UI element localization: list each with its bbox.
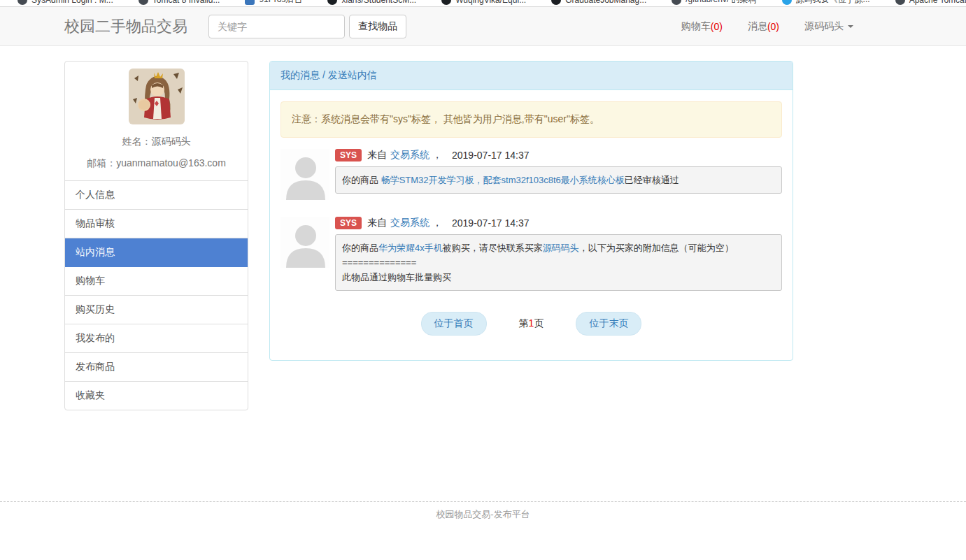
bookmark-label: 源码我要《位于源... — [796, 0, 870, 6]
chevron-down-icon — [848, 25, 853, 28]
bookmark-item[interactable]: 91Pros后台 — [245, 0, 302, 6]
navbar: 校园二手物品交易 查找物品 购物车(0) 消息(0) 源码码头 — [0, 6, 966, 46]
message-item: SYS 来自 交易系统 ， 2019-07-17 14:37 你的商品华为荣耀4… — [280, 217, 782, 291]
bookmark-item[interactable]: /github/env/ 的架构 — [672, 0, 756, 6]
notice-banner: 注意：系统消息会带有"sys"标签， 其他皆为用户消息,带有"user"标签。 — [280, 101, 782, 138]
bookmark-label: /github/env/ 的架构 — [686, 0, 756, 6]
footer: 校园物品交易-发布平台 — [0, 501, 966, 535]
message-time: 2019-07-17 14:37 — [452, 217, 530, 229]
profile-card: 姓名：源码码头 邮箱：yuanmamatou@163.com — [65, 62, 248, 170]
body-text: 你的商品 — [342, 175, 381, 185]
messages-panel: 我的消息 / 发送站内信 注意：系统消息会带有"sys"标签， 其他皆为用户消息… — [269, 61, 793, 361]
search-button[interactable]: 查找物品 — [349, 15, 406, 38]
message-body: 你的商品华为荣耀4x手机被购买，请尽快联系买家源码码头，以下为买家的附加信息（可… — [335, 234, 782, 291]
product-link[interactable]: 畅学STM32开发学习板，配套stm32f103c8t6最小系统核心板 — [381, 175, 625, 185]
body-text: ，以下为买家的附加信息（可能为空） — [579, 243, 734, 253]
bookmark-item[interactable]: SysAdmin Login : M... — [17, 0, 113, 5]
user-dropdown[interactable]: 源码码头 — [804, 20, 853, 33]
page-indicator: 第1页 — [519, 317, 544, 330]
sidebar: 姓名：源码码头 邮箱：yuanmamatou@163.com 个人信息 物品审核… — [64, 61, 248, 410]
sidebar-item-site-messages[interactable]: 站内消息 — [65, 238, 248, 267]
first-page-button[interactable]: 位于首页 — [421, 312, 487, 336]
bookmark-label: Tomcat 8 Invalid... — [152, 0, 220, 5]
send-message-link[interactable]: 发送站内信 — [328, 69, 377, 80]
email-label: 邮箱： — [87, 157, 116, 168]
messages-link[interactable]: 消息(0) — [748, 20, 779, 33]
last-page-button[interactable]: 位于末页 — [576, 312, 641, 336]
name-label: 姓名： — [122, 136, 152, 147]
bookmark-item[interactable]: 源码我要《位于源... — [782, 0, 870, 6]
user-dropdown-label: 源码码头 — [804, 20, 844, 33]
search-input[interactable] — [208, 15, 345, 38]
browser-bookmarks-bar: SysAdmin Login : M... Tomcat 8 Invalid..… — [0, 0, 966, 6]
page-prefix: 第 — [519, 317, 529, 329]
globe-icon — [138, 0, 148, 5]
sidebar-item-my-posts[interactable]: 我发布的 — [65, 324, 248, 353]
sys-badge: SYS — [335, 149, 362, 161]
heading-separator: / — [320, 69, 328, 80]
globe-icon — [895, 0, 905, 5]
sender-link[interactable]: 交易系统 — [390, 217, 429, 229]
sender-avatar-placeholder — [280, 217, 329, 268]
panel-heading: 我的消息 / 发送站内信 — [270, 62, 793, 90]
buyer-link[interactable]: 源码码头 — [543, 243, 579, 253]
footer-text: 校园物品交易-发布平台 — [436, 509, 530, 519]
sidebar-item-purchase-history[interactable]: 购买历史 — [65, 296, 248, 324]
message-time: 2019-07-17 14:37 — [452, 150, 530, 161]
cart-link[interactable]: 购物车(0) — [681, 20, 723, 33]
profile-email: 邮箱：yuanmamatou@163.com — [72, 157, 241, 170]
bookmark-item[interactable]: xians/StudentScM... — [327, 0, 416, 5]
sidebar-item-personal-info[interactable]: 个人信息 — [65, 181, 248, 210]
body-line: 你的商品华为荣耀4x手机被购买，请尽快联系买家源码码头，以下为买家的附加信息（可… — [342, 240, 775, 255]
body-line: ============== — [342, 255, 775, 270]
bookmark-item[interactable]: Apache Tomcat 7... — [895, 0, 966, 5]
page-suffix: 页 — [534, 317, 544, 329]
cart-count: (0) — [711, 21, 723, 32]
user-avatar — [129, 69, 185, 124]
cart-label: 购物车 — [681, 20, 711, 33]
name-value: 源码码头 — [152, 136, 191, 147]
sidebar-item-favorites[interactable]: 收藏夹 — [65, 382, 248, 410]
comma: ， — [432, 217, 442, 229]
bookmark-label: SysAdmin Login : M... — [31, 0, 113, 5]
sys-badge: SYS — [335, 217, 362, 229]
email-value: yuanmamatou@163.com — [116, 157, 226, 168]
github-icon — [327, 0, 337, 5]
product-link[interactable]: 华为荣耀4x手机 — [378, 243, 443, 253]
navbar-right: 购物车(0) 消息(0) 源码码头 — [681, 20, 853, 33]
github-icon — [441, 0, 451, 5]
bookmark-item[interactable]: GraduateJobManag... — [551, 0, 646, 5]
message-header: SYS 来自 交易系统 ， 2019-07-17 14:37 — [335, 217, 782, 229]
bookmark-label: xians/StudentScM... — [341, 0, 416, 5]
app-icon — [245, 0, 255, 5]
body-text: 被购买，请尽快联系买家 — [443, 243, 543, 253]
my-messages-link[interactable]: 我的消息 — [280, 69, 320, 80]
bird-icon — [782, 0, 792, 5]
bookmark-label: WuqingVika/Equi... — [455, 0, 526, 5]
bookmark-label: GraduateJobManag... — [565, 0, 646, 5]
bookmark-label: 91Pros后台 — [259, 0, 302, 6]
message-header: SYS 来自 交易系统 ， 2019-07-17 14:37 — [335, 149, 782, 161]
sidebar-item-item-review[interactable]: 物品审核 — [65, 210, 248, 238]
sidebar-item-cart[interactable]: 购物车 — [65, 267, 248, 296]
message-item: SYS 来自 交易系统 ， 2019-07-17 14:37 你的商品 畅学ST… — [280, 149, 782, 200]
bookmark-item[interactable]: WuqingVika/Equi... — [441, 0, 526, 5]
profile-name: 姓名：源码码头 — [72, 136, 241, 148]
bookmark-item[interactable]: Tomcat 8 Invalid... — [138, 0, 220, 5]
sidebar-item-publish-item[interactable]: 发布商品 — [65, 353, 248, 382]
globe-icon — [672, 0, 681, 5]
messages-label: 消息 — [748, 20, 767, 33]
sender-link[interactable]: 交易系统 — [390, 149, 429, 161]
from-label: 来自 — [367, 217, 387, 229]
message-body: 你的商品 畅学STM32开发学习板，配套stm32f103c8t6最小系统核心板… — [335, 166, 782, 194]
from-label: 来自 — [367, 149, 387, 161]
search-form: 查找物品 — [208, 15, 406, 38]
globe-icon — [17, 0, 27, 5]
bookmark-label: Apache Tomcat 7... — [909, 0, 966, 5]
body-text: 已经审核通过 — [625, 175, 679, 185]
site-brand[interactable]: 校园二手物品交易 — [64, 16, 187, 37]
comma: ， — [432, 149, 442, 161]
messages-count: (0) — [767, 21, 779, 32]
sender-avatar-placeholder — [280, 149, 329, 200]
pagination: 位于首页 第1页 位于末页 — [280, 312, 782, 336]
